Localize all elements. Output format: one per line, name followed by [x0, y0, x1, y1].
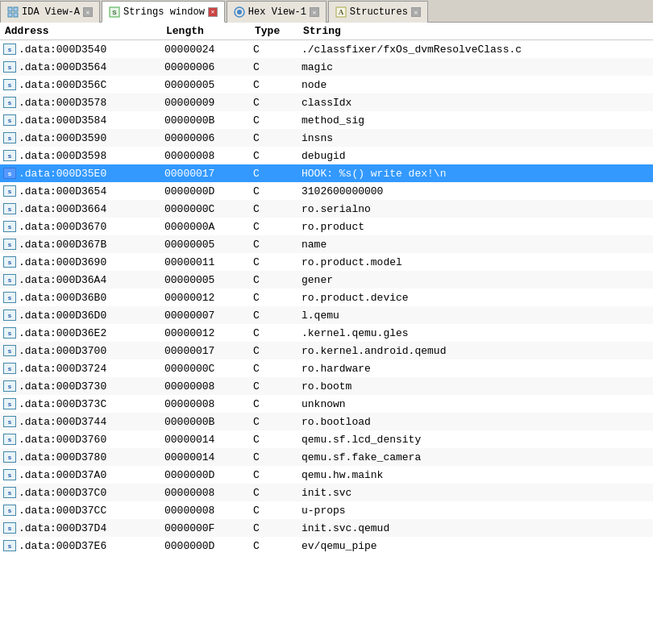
cell-length: 00000009 — [161, 96, 250, 110]
address-value: .data:000D36D0 — [19, 310, 106, 322]
table-row[interactable]: s.data:000D356400000006Cmagic — [0, 58, 653, 76]
string-icon: s — [3, 398, 16, 409]
cell-type: C — [250, 238, 298, 251]
table-row[interactable]: s.data:000D378000000014Cqemu.sf.fake_cam… — [0, 448, 653, 466]
address-value: .data:000D3564 — [19, 61, 106, 73]
table-body[interactable]: s.data:000D354000000024C./classfixer/fxO… — [0, 40, 653, 644]
main-content: AddressLengthTypeString s.data:000D35400… — [0, 23, 653, 644]
cell-string: ro.serialno — [298, 202, 653, 216]
table-row[interactable]: s.data:000D37A00000000DCqemu.hw.maink — [0, 466, 653, 484]
cell-type: C — [250, 468, 298, 482]
table-row[interactable]: s.data:000D37240000000CCro.hardware — [0, 359, 653, 377]
string-icon: s — [3, 292, 16, 303]
table-row[interactable]: s.data:000D36A400000005Cgener — [0, 271, 653, 289]
structures-close-button[interactable]: ✕ — [411, 7, 421, 17]
tab-structures[interactable]: AStructures✕ — [328, 1, 428, 23]
cell-string: ro.product — [298, 220, 653, 234]
cell-type: C — [250, 521, 298, 535]
column-header-length: Length — [166, 25, 255, 37]
string-icon: s — [3, 168, 16, 179]
cell-length: 0000000F — [161, 521, 250, 535]
cell-string: qemu.sf.lcd_density — [298, 433, 653, 447]
address-value: .data:000D3730 — [19, 380, 106, 393]
cell-string: name — [298, 238, 653, 251]
cell-address: s.data:000D36B0 — [0, 291, 161, 305]
column-header-string: String — [303, 25, 648, 37]
svg-text:S: S — [112, 9, 117, 16]
table-row[interactable]: s.data:000D36B000000012Cro.product.devic… — [0, 289, 653, 306]
cell-length: 00000008 — [161, 486, 250, 500]
table-row[interactable]: s.data:000D367B00000005Cname — [0, 235, 653, 253]
strings-window-label: Strings window — [123, 6, 205, 18]
table-row[interactable]: s.data:000D36540000000DC3102600000000 — [0, 182, 653, 200]
cell-type: C — [250, 202, 298, 216]
cell-string: ev/qemu_pipe — [298, 539, 653, 553]
address-value: .data:000D3670 — [19, 221, 106, 233]
cell-address: s.data:000D3578 — [0, 96, 161, 110]
table-row[interactable]: s.data:000D35E000000017CHOOK: %s() write… — [0, 164, 653, 182]
table-row[interactable]: s.data:000D37D40000000FCinit.svc.qemud — [0, 519, 653, 537]
cell-address: s.data:000D3664 — [0, 202, 161, 216]
table-row[interactable]: s.data:000D37C000000008Cinit.svc — [0, 484, 653, 501]
table-row[interactable]: s.data:000D36700000000ACro.product — [0, 218, 653, 235]
address-value: .data:000D37A0 — [19, 469, 106, 481]
table-row[interactable]: s.data:000D373C00000008Cunknown — [0, 395, 653, 413]
table-row[interactable]: s.data:000D37440000000BCro.bootload — [0, 413, 653, 430]
table-row[interactable]: s.data:000D376000000014Cqemu.sf.lcd_dens… — [0, 430, 653, 448]
string-icon: s — [3, 256, 16, 268]
tab-strings-window[interactable]: SStrings window✕ — [102, 1, 225, 23]
cell-string: ro.product.device — [298, 291, 653, 305]
table-row[interactable]: s.data:000D354000000024C./classfixer/fxO… — [0, 40, 653, 58]
cell-address: s.data:000D36A4 — [0, 273, 161, 287]
cell-length: 0000000D — [161, 468, 250, 482]
tab-ida-view[interactable]: IDA View-A✕ — [0, 1, 100, 23]
table-row[interactable]: s.data:000D37E60000000DCev/qemu_pipe — [0, 537, 653, 555]
table-row[interactable]: s.data:000D36D000000007Cl.qemu — [0, 306, 653, 324]
table-row[interactable]: s.data:000D36E200000012C.kernel.qemu.gle… — [0, 324, 653, 342]
string-icon: s — [3, 380, 16, 392]
table-row[interactable]: s.data:000D369000000011Cro.product.model — [0, 253, 653, 271]
hex-view-icon — [234, 6, 245, 18]
ida-view-close-button[interactable]: ✕ — [83, 7, 93, 17]
table-row[interactable]: s.data:000D36640000000CCro.serialno — [0, 200, 653, 218]
string-icon: s — [3, 540, 16, 551]
address-value: .data:000D3780 — [19, 451, 106, 463]
address-value: .data:000D3590 — [19, 132, 106, 144]
cell-length: 0000000C — [161, 362, 250, 376]
cell-type: C — [250, 185, 298, 198]
cell-string: debugid — [298, 149, 653, 163]
cell-address: s.data:000D3670 — [0, 220, 161, 234]
string-icon: s — [3, 345, 16, 356]
address-value: .data:000D3664 — [19, 203, 106, 215]
string-icon: s — [3, 114, 16, 126]
cell-address: s.data:000D3584 — [0, 114, 161, 127]
address-value: .data:000D36E2 — [19, 327, 106, 339]
cell-length: 00000008 — [161, 149, 250, 163]
string-icon: s — [3, 363, 16, 374]
string-icon: s — [3, 239, 16, 250]
cell-length: 0000000D — [161, 185, 250, 198]
table-row[interactable]: s.data:000D359000000006Cinsns — [0, 129, 653, 147]
table-row[interactable]: s.data:000D370000000017Cro.kernel.androi… — [0, 342, 653, 359]
svg-rect-3 — [14, 13, 18, 17]
address-value: .data:000D36B0 — [19, 292, 106, 304]
string-icon: s — [3, 185, 16, 197]
table-row[interactable]: s.data:000D359800000008Cdebugid — [0, 147, 653, 164]
app-window: IDA View-A✕SStrings window✕Hex View-1✕AS… — [0, 0, 653, 644]
table-row[interactable]: s.data:000D37CC00000008Cu-props — [0, 501, 653, 519]
table-row[interactable]: s.data:000D357800000009CclassIdx — [0, 93, 653, 111]
string-icon: s — [3, 487, 16, 498]
table-row[interactable]: s.data:000D356C00000005Cnode — [0, 76, 653, 93]
cell-length: 00000005 — [161, 78, 250, 92]
table-row[interactable]: s.data:000D373000000008Cro.bootm — [0, 377, 653, 395]
cell-type: C — [250, 326, 298, 340]
string-icon: s — [3, 61, 16, 73]
cell-length: 00000011 — [161, 256, 250, 269]
table-row[interactable]: s.data:000D35840000000BCmethod_sig — [0, 111, 653, 129]
cell-address: s.data:000D36D0 — [0, 309, 161, 322]
hex-view-close-button[interactable]: ✕ — [310, 7, 319, 17]
tab-hex-view[interactable]: Hex View-1✕ — [227, 1, 326, 23]
cell-length: 0000000B — [161, 415, 250, 429]
string-icon: s — [3, 44, 16, 55]
strings-window-close-button[interactable]: ✕ — [208, 7, 218, 17]
